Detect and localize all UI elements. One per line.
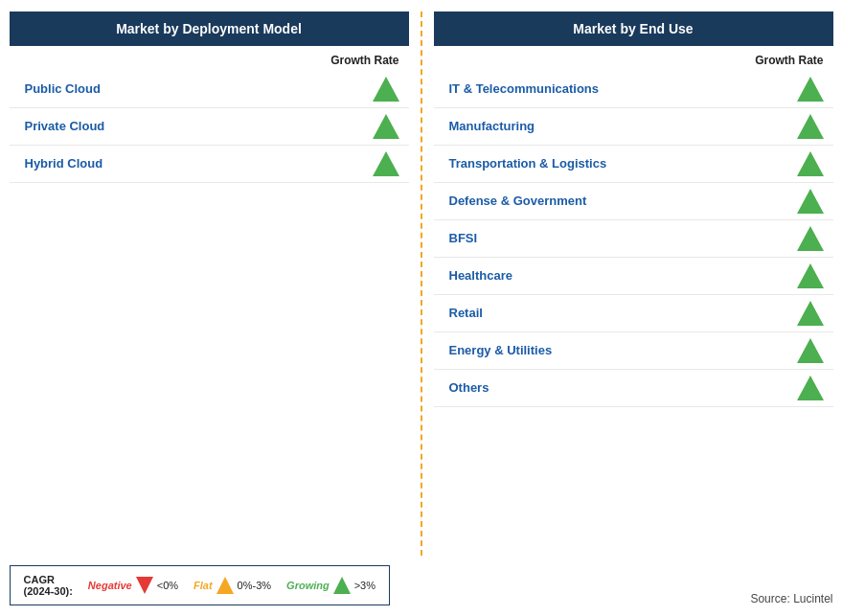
item-label-manufacturing: Manufacturing xyxy=(449,119,535,133)
arrow-up-icon xyxy=(797,114,824,139)
flat-label: Flat xyxy=(193,580,213,591)
list-item: Private Cloud xyxy=(10,108,409,146)
right-items-list: IT & Telecommunications Manufacturing Tr… xyxy=(434,71,833,407)
right-growth-rate-label: Growth Rate xyxy=(434,54,833,67)
arrow-up-icon xyxy=(797,338,824,363)
item-label-others: Others xyxy=(449,380,489,395)
list-item: IT & Telecommunications xyxy=(434,71,833,108)
growing-range: >3% xyxy=(354,580,375,591)
item-label-hybrid-cloud: Hybrid Cloud xyxy=(25,156,103,171)
arrow-up-icon xyxy=(797,77,824,102)
arrow-up-icon xyxy=(373,151,399,176)
arrow-up-icon xyxy=(797,226,824,251)
item-label-energy-utilities: Energy & Utilities xyxy=(449,343,553,357)
item-label-private-cloud: Private Cloud xyxy=(25,119,105,133)
legend-box: CAGR (2024-30): Negative <0% Flat 0%-3% … xyxy=(10,565,391,605)
vertical-divider xyxy=(421,11,422,556)
list-item: Energy & Utilities xyxy=(434,332,833,370)
item-label-retail: Retail xyxy=(449,306,483,320)
item-label-public-cloud: Public Cloud xyxy=(25,81,101,96)
right-panel: Market by End Use Growth Rate IT & Telec… xyxy=(434,11,833,556)
growing-label: Growing xyxy=(286,580,330,591)
flat-range: 0%-3% xyxy=(238,580,271,591)
legend-negative: Negative <0% xyxy=(88,577,178,594)
arrow-down-red-icon xyxy=(136,577,153,594)
list-item: Others xyxy=(434,370,833,407)
list-item: Healthcare xyxy=(434,258,833,295)
item-label-healthcare: Healthcare xyxy=(449,268,512,283)
list-item: Manufacturing xyxy=(434,108,833,146)
cagr-label: CAGR (2024-30): xyxy=(24,574,73,597)
source-label: Source: Lucintel xyxy=(750,592,832,605)
negative-label: Negative xyxy=(88,580,132,591)
arrow-up-icon xyxy=(797,263,824,288)
list-item: Defense & Government xyxy=(434,183,833,220)
list-item: Retail xyxy=(434,295,833,332)
left-panel: Market by Deployment Model Growth Rate P… xyxy=(10,11,409,556)
chart-container: Market by Deployment Model Growth Rate P… xyxy=(10,11,833,605)
left-growth-rate-label: Growth Rate xyxy=(10,54,409,67)
legend-growing: Growing >3% xyxy=(286,577,375,594)
footer: CAGR (2024-30): Negative <0% Flat 0%-3% … xyxy=(10,565,833,605)
arrow-up-icon xyxy=(373,77,399,102)
panels: Market by Deployment Model Growth Rate P… xyxy=(10,11,833,556)
item-label-transport-logistics: Transportation & Logistics xyxy=(449,156,607,171)
left-panel-header: Market by Deployment Model xyxy=(10,11,409,46)
arrow-up-icon xyxy=(797,151,824,176)
item-label-defense-govt: Defense & Government xyxy=(449,194,587,208)
left-items-list: Public Cloud Private Cloud Hybrid Cloud xyxy=(10,71,409,183)
arrow-up-icon xyxy=(373,114,399,139)
arrow-up-icon xyxy=(797,301,824,326)
arrow-up-green-icon xyxy=(333,577,351,594)
item-label-it-telecom: IT & Telecommunications xyxy=(449,81,600,96)
right-panel-header: Market by End Use xyxy=(434,11,833,46)
list-item: Transportation & Logistics xyxy=(434,146,833,183)
arrow-up-icon xyxy=(797,189,824,214)
arrow-up-icon xyxy=(797,376,824,400)
list-item: Hybrid Cloud xyxy=(10,146,409,183)
legend-flat: Flat 0%-3% xyxy=(193,577,271,594)
list-item: Public Cloud xyxy=(10,71,409,108)
item-label-bfsi: BFSI xyxy=(449,231,478,245)
arrow-up-yellow-icon xyxy=(216,577,234,594)
negative-range: <0% xyxy=(157,580,178,591)
list-item: BFSI xyxy=(434,220,833,258)
